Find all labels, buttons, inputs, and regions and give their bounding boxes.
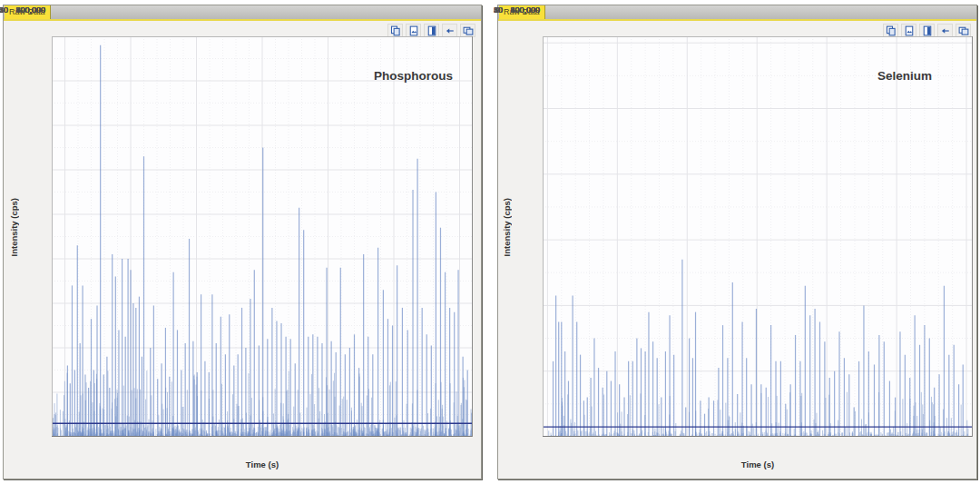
element-annotation-phosphorous: Phosphorous [374,69,453,83]
panel-titlebar: Raw Data [498,5,976,19]
report-icon[interactable] [424,24,439,37]
export-image-icon[interactable] [406,24,421,37]
back-arrow-icon[interactable] [937,24,953,37]
y-tick-label: 800,000 [4,5,45,15]
phosphorous-spike-chart[interactable] [52,36,473,437]
element-annotation-selenium: Selenium [877,69,932,83]
cascade-windows-icon[interactable] [956,24,971,37]
y-axis-title: Intensity (cps) [9,198,19,256]
x-axis-title: Time (s) [741,459,774,469]
chart-toolbar [387,24,475,37]
raw-data-panel-selenium: Raw Data Intensity (cps) Time (s) Seleni… [497,5,977,479]
y-axis-title: Intensity (cps) [502,198,512,256]
x-axis-title: Time (s) [246,459,279,469]
copy-icon[interactable] [883,24,898,37]
report-icon[interactable] [919,24,935,37]
export-image-icon[interactable] [901,24,916,37]
raw-data-panel-phosphorous: Raw Data Intensity (cps) Time (s) Phosph… [3,5,482,479]
x-tick-label: 50 [0,5,8,15]
selenium-spike-chart[interactable] [543,36,973,437]
x-tick-label: 60 [494,5,503,15]
chart-toolbar [883,24,971,37]
tab-underline [498,19,976,21]
back-arrow-icon[interactable] [442,24,457,37]
y-tick-label: 600,000 [498,5,540,15]
panel-titlebar: Raw Data [4,5,481,19]
cascade-windows-icon[interactable] [460,24,475,37]
tab-underline [4,19,481,21]
copy-icon[interactable] [387,24,403,37]
